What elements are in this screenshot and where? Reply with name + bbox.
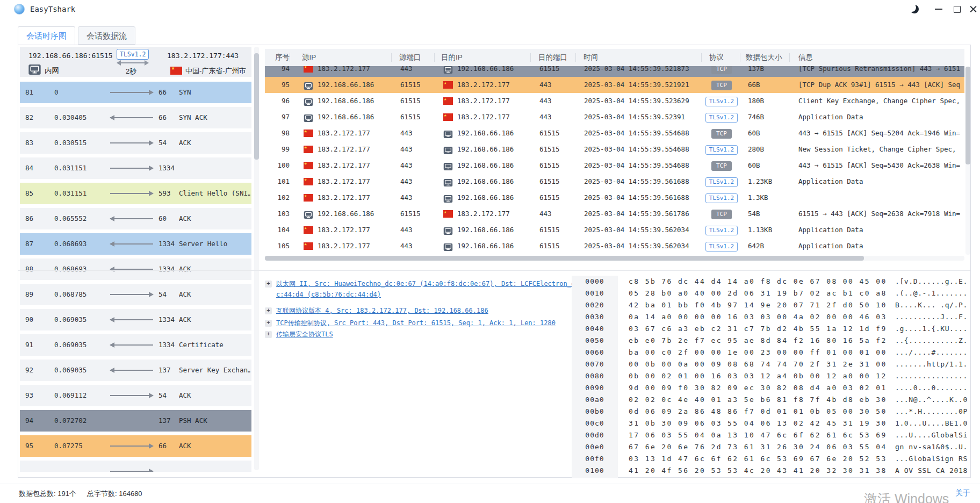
session-row[interactable]: 84 0.0311511334 (20, 157, 251, 179)
hex-row: 00d0 17 06 03 55 04 0a 13 10 47 6c 6f 62… (571, 429, 970, 441)
local-endpoint: 192.168.66.186:61515 (28, 52, 113, 60)
minimize-button[interactable] (931, 0, 948, 18)
hex-offset: 0050 (572, 335, 618, 347)
packet-row[interactable]: 96 192.168.66.186 61515 ★ 183.2.172.177 … (265, 93, 964, 109)
detail-tree-line[interactable]: +以太网 II, Src: HuaweiTechno_dc:0e:67 (14:… (265, 279, 575, 300)
tab-session-timeline[interactable]: 会话时序图 (18, 26, 75, 45)
row-size: 1334 (158, 334, 175, 356)
session-scrollbar-thumb[interactable] (254, 53, 259, 160)
row-seq: 94 (25, 410, 33, 432)
session-row[interactable]: 95 0.0727566 ACK (20, 435, 251, 457)
col-dst-ip[interactable]: 目的IP (441, 49, 463, 66)
session-row[interactable]: 92 0.069035137 Server Key Exchan… (20, 360, 251, 381)
col-src-ip[interactable]: 源IP (302, 49, 316, 66)
expand-plus-icon[interactable]: + (265, 307, 272, 314)
packet-row[interactable]: 100 ★ 183.2.172.177 443 192.168.66.186 6… (265, 157, 964, 174)
about-link[interactable]: 关于 (955, 488, 970, 498)
packet-row[interactable]: 101 ★ 183.2.172.177 443 192.168.66.186 6… (265, 174, 964, 190)
packet-row[interactable]: 95 192.168.66.186 61515 ★ 183.2.172.177 … (265, 77, 964, 93)
hex-ascii: ...GlobalSign RS (895, 453, 968, 465)
close-button[interactable] (965, 0, 980, 18)
packet-direction-right-arrow-icon (110, 142, 153, 143)
hex-offset: 0030 (572, 311, 618, 323)
session-row[interactable]: 89 0.06878554 ACK (20, 284, 251, 305)
session-row[interactable]: 94 0.072702137 PSH ACK (20, 410, 251, 432)
session-row[interactable]: 83 0.03051554 ACK (20, 132, 251, 154)
cell-no: 103 (265, 206, 290, 222)
cell-src-ip: 183.2.172.177 (318, 66, 370, 77)
tab-session-stream[interactable]: 会话数据流 (78, 26, 135, 45)
cell-dst-port: 443 (539, 77, 552, 93)
hex-bytes: 41 20 4f 56 20 53 53 4c 20 43 41 20 32 3… (629, 465, 887, 477)
session-row-partial[interactable] (20, 461, 251, 472)
row-seq: 95 (25, 435, 33, 457)
table-hscroll-thumb[interactable] (265, 256, 864, 261)
cell-dst-ip: 192.168.66.186 (457, 66, 514, 77)
session-row[interactable]: 87 0.0686931334 Server Hello (20, 233, 251, 255)
tcp-protocol-badge: TCP (711, 210, 732, 219)
detail-tree-line[interactable]: +传输层安全协议TLS (265, 330, 333, 339)
packet-direction-right-arrow-icon (110, 471, 153, 472)
packet-row[interactable]: 94 ★ 183.2.172.177 443 192.168.66.186 61… (265, 66, 964, 77)
detail-tree-line[interactable]: +TCP传输控制协议, Src Port: 443, Dst Port: 615… (265, 319, 556, 328)
packet-row[interactable]: 98 ★ 183.2.172.177 443 192.168.66.186 61… (265, 125, 964, 141)
hex-bytes: 67 6e 20 6e 76 2d 73 61 31 26 30 24 06 0… (629, 441, 887, 453)
row-size: 66 (158, 435, 167, 457)
row-seq: 93 (25, 385, 33, 406)
session-row[interactable]: 91 0.0690351334 Certificate (20, 334, 251, 356)
session-row[interactable]: 88 0.0686931334 ACK (20, 258, 251, 280)
china-flag-icon: ★ (304, 162, 313, 169)
china-flag-icon: ★ (304, 226, 313, 234)
col-info[interactable]: 信息 (798, 49, 813, 66)
column-separator (740, 53, 740, 62)
row-time: 0.072702 (54, 410, 87, 432)
packet-row[interactable]: 97 192.168.66.186 61515 ★ 183.2.172.177 … (265, 109, 964, 125)
detail-text: 传输层安全协议TLS (276, 330, 333, 338)
packet-row[interactable]: 99 ★ 183.2.172.177 443 192.168.66.186 61… (265, 141, 964, 157)
hex-offset: 0000 (572, 276, 618, 288)
minimize-icon (935, 9, 942, 10)
expand-plus-icon[interactable]: + (265, 320, 272, 327)
expand-plus-icon[interactable]: + (265, 281, 272, 288)
session-row[interactable]: 82 0.03040566 SYN ACK (20, 107, 251, 128)
session-row[interactable]: 90 0.0690351334 ACK (20, 309, 251, 330)
china-flag-icon: ★ (443, 81, 453, 89)
col-time[interactable]: 时间 (583, 49, 598, 66)
packet-row[interactable]: 104 ★ 183.2.172.177 443 192.168.66.186 6… (265, 222, 964, 238)
session-row[interactable]: 81 066 SYN (20, 82, 251, 103)
col-no[interactable]: 序号 (275, 49, 290, 66)
row-seq: 89 (25, 284, 33, 305)
packet-row[interactable]: 103 192.168.66.186 61515 ★ 183.2.172.177… (265, 206, 964, 222)
detail-tree-line[interactable]: +互联网协议版本 4, Src: 183.2.172.177, Dst: 192… (265, 306, 488, 315)
packet-row[interactable]: 105 ★ 183.2.172.177 443 192.168.66.186 6… (265, 238, 964, 254)
col-dst-port[interactable]: 目的端口 (538, 49, 567, 66)
cell-src-port: 443 (400, 174, 413, 190)
session-header: 192.168.66.186:61515 TLSv1.2 183.2.172.1… (20, 47, 251, 77)
session-row[interactable]: 86 0.06555260 ACK (20, 208, 251, 229)
theme-toggle-button[interactable] (906, 0, 923, 18)
col-src-port[interactable]: 源端口 (399, 49, 421, 66)
maximize-button[interactable] (949, 0, 966, 18)
session-row[interactable]: 93 0.06911254 ACK (20, 385, 251, 406)
row-seq: 86 (25, 208, 33, 229)
packet-row[interactable]: 102 ★ 183.2.172.177 443 192.168.66.186 6… (265, 190, 964, 206)
expand-plus-icon[interactable]: + (265, 331, 272, 338)
packet-direction-right-arrow-icon (110, 193, 153, 194)
bottom-panel-divider (18, 270, 970, 271)
col-size[interactable]: 数据包大小 (746, 49, 782, 66)
cell-dst-ip: 192.168.66.186 (457, 125, 514, 141)
session-row[interactable]: 85 0.031151593 Client Hello (SNI… (20, 183, 251, 204)
lan-monitor-icon (443, 227, 453, 235)
table-vscroll-thumb[interactable] (965, 67, 970, 164)
cell-dst-ip: 183.2.172.177 (457, 206, 510, 222)
packet-direction-right-arrow-icon (110, 294, 153, 295)
hex-offset: 0100 (572, 465, 618, 477)
col-protocol[interactable]: 协议 (709, 49, 724, 66)
hex-ascii: ...N@..^....K..0 (895, 394, 968, 406)
detail-text: 以太网 II, Src: HuaweiTechno_dc:0e:67 (14:a… (276, 280, 575, 288)
row-size: 1334 (158, 309, 175, 330)
hex-row: 0020 42 ba 01 bb f0 4b 97 14 9e 20 07 71… (571, 299, 970, 311)
row-time: 0.069035 (54, 360, 87, 381)
lan-monitor-icon (304, 114, 313, 122)
row-label: ACK (179, 258, 250, 280)
